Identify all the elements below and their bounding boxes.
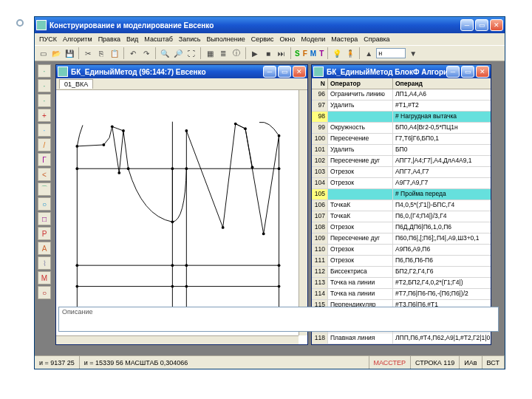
tool-open-icon[interactable]: 📂 (50, 47, 62, 59)
grid-row[interactable]: 102Пересечение дугАПГ7,|А4;Г7|,А4,ДлА4А9… (312, 156, 491, 167)
grid-header-operand[interactable]: Операнд (393, 78, 491, 89)
minimize-button[interactable]: ─ (460, 19, 474, 31)
drawing-tab[interactable]: 01_ВКА (59, 79, 93, 89)
toolbar-input[interactable] (376, 48, 406, 58)
tool-t-button[interactable]: T (318, 50, 324, 58)
status-line: СТРОКА 119 (411, 356, 460, 369)
drawing-canvas[interactable] (56, 90, 299, 335)
grid-row[interactable]: 110ОтрезокА9П6,А9,П6 (312, 245, 491, 256)
palette-tool-5[interactable]: / (38, 138, 51, 151)
grid-header-operator[interactable]: Оператор (328, 78, 393, 89)
svg-point-10 (75, 145, 78, 148)
tool-s-button[interactable]: S (294, 50, 301, 58)
svg-point-33 (171, 285, 174, 288)
algorithm-minimize-button[interactable]: ─ (446, 66, 460, 78)
tool-zoom-in-icon[interactable]: 🔍 (159, 47, 171, 59)
tool-undo-icon[interactable]: ↶ (127, 47, 139, 59)
tool-m-button[interactable]: M (310, 50, 317, 58)
svg-point-30 (185, 264, 188, 267)
palette-tool-12[interactable]: A (38, 242, 51, 255)
tool-lamp-icon[interactable]: 💡 (331, 47, 343, 59)
palette-tool-0[interactable]: · (38, 64, 51, 78)
menu-10[interactable]: Мастера (331, 35, 358, 43)
algorithm-close-button[interactable]: ✕ (476, 66, 489, 78)
grid-row[interactable]: 103ОтрезокАПГ7,А4,Г7 (312, 167, 491, 178)
maximize-button[interactable]: ▭ (475, 19, 488, 31)
tool-layers-icon[interactable]: ≣ (217, 47, 229, 59)
grid-row[interactable]: 118Плавная линияЛПП,П6,#Т4,П62,А9|1,#Т2,… (312, 333, 491, 344)
close-button[interactable]: ✕ (490, 19, 503, 31)
drawing-scrollbar-horizontal[interactable] (56, 335, 299, 344)
menu-9[interactable]: Модели (301, 35, 326, 43)
palette-tool-10[interactable]: □ (38, 212, 51, 225)
palette-tool-3[interactable]: + (38, 109, 51, 122)
tool-cut-icon[interactable]: ✂ (82, 47, 94, 59)
tool-paste-icon[interactable]: 📋 (109, 47, 120, 59)
tool-zoom-fit-icon[interactable]: ⛶ (185, 47, 197, 59)
tool-zoom-out-icon[interactable]: 🔎 (172, 47, 184, 59)
grid-row[interactable]: 105# Пройма переда (312, 189, 491, 200)
menu-7[interactable]: Сервис (251, 35, 274, 43)
tool-redo-icon[interactable]: ↷ (140, 47, 152, 59)
grid-row[interactable]: 97Удалить#Т1,#Т2 (312, 100, 491, 112)
tool-run-icon[interactable]: ▶ (249, 47, 261, 59)
svg-point-32 (75, 285, 78, 288)
tool-prev-icon[interactable]: ▲ (363, 47, 375, 59)
grid-row[interactable]: 96Ограничить линиюЛП1,А4,А6 (312, 89, 491, 100)
tool-person-icon[interactable]: 🧍 (344, 47, 356, 59)
algorithm-window-title: БК_ЕдиныйМетод БлокФ Алгоритм (327, 68, 446, 76)
tool-new-icon[interactable]: ▭ (37, 47, 49, 59)
palette-tool-1[interactable]: · (38, 79, 51, 92)
drawing-maximize-button[interactable]: ▭ (278, 66, 291, 78)
grid-row[interactable]: 99ОкружностьБП0,А4|Вг2-0,5*ПЦ1н (312, 123, 491, 134)
menu-11[interactable]: Справка (364, 35, 389, 43)
grid-row[interactable]: 98# Нагрудная вытачка (312, 112, 491, 123)
grid-row[interactable]: 100ПересечениеГ7,Т6|Г6,БП0,1 (312, 134, 491, 145)
grid-row[interactable]: 111ОтрезокП6,П6,П6-П6 (312, 256, 491, 267)
palette-tool-2[interactable]: · (38, 94, 51, 107)
menu-6[interactable]: Выполнение (206, 35, 245, 43)
algorithm-grid[interactable]: N Оператор Операнд 96Ограничить линиюЛП1… (312, 78, 491, 344)
menu-8[interactable]: Окно (280, 35, 296, 43)
palette-tool-11[interactable]: P (38, 227, 51, 240)
grid-row[interactable]: 104ОтрезокА9Г7,А9,Г7 (312, 178, 491, 189)
palette-tool-13[interactable]: ⌇ (38, 256, 51, 270)
grid-row[interactable]: 108ОтрезокП6Д,ДП6|П6,1,0,П6 (312, 222, 491, 233)
drawing-minimize-button[interactable]: ─ (263, 66, 276, 78)
menu-3[interactable]: Вид (126, 35, 138, 43)
palette-tool-8[interactable]: ⌒ (38, 183, 51, 196)
drawing-close-button[interactable]: ✕ (293, 66, 306, 78)
svg-point-31 (278, 264, 281, 267)
tool-info-icon[interactable]: ⓘ (231, 47, 242, 59)
grid-row[interactable]: 114Точка на линии#Т7,П6|П6-П6,-(П6;П6|)/… (312, 289, 491, 300)
palette-tool-4[interactable]: · (38, 123, 51, 137)
grid-row[interactable]: 101УдалитьБП0 (312, 145, 491, 156)
menu-0[interactable]: ПУСК (39, 35, 57, 43)
menu-2[interactable]: Правка (98, 35, 120, 43)
tool-stop-icon[interactable]: ■ (262, 47, 274, 59)
tool-grid-icon[interactable]: ▦ (204, 47, 216, 59)
menu-5[interactable]: Запись (179, 35, 201, 43)
palette-tool-6[interactable]: Γ (38, 153, 51, 166)
drawing-scrollbar-vertical[interactable] (299, 90, 307, 335)
grid-row[interactable]: 107ТочкаКП6,0,(Г4;П4|)/3,Г4 (312, 211, 491, 222)
palette-tool-9[interactable]: ○ (38, 197, 51, 211)
description-panel[interactable]: Описание (58, 307, 499, 332)
grid-row[interactable]: 109Пересечение дугП60,П6|,[;П6];,П4|,А9,… (312, 233, 491, 245)
tool-step-icon[interactable]: ⏭ (276, 47, 287, 59)
grid-row[interactable]: 113Точка на линии#Т2,БП2,Г4,0,2*(Г1;Г4|) (312, 278, 491, 289)
grid-row[interactable]: 106ТочкаКП4,0,5*(;Г1|)-БПС,Г4 (312, 200, 491, 211)
grid-row[interactable]: 112БиссектрисаБП2,Г2,Г4,Г6 (312, 267, 491, 278)
svg-point-22 (244, 127, 247, 130)
palette-tool-7[interactable]: < (38, 168, 51, 181)
tool-f-button[interactable]: F (302, 50, 308, 58)
menu-1[interactable]: Алгоритм (63, 35, 92, 43)
menu-4[interactable]: Масштаб (144, 35, 173, 43)
tool-next-icon[interactable]: ▼ (407, 47, 419, 59)
palette-tool-15[interactable]: ○ (38, 286, 51, 299)
palette-tool-14[interactable]: M (38, 271, 51, 284)
tool-copy-icon[interactable]: ⎘ (95, 47, 107, 59)
algorithm-maximize-button[interactable]: ▭ (461, 66, 474, 78)
grid-header-n[interactable]: N (312, 78, 328, 89)
tool-save-icon[interactable]: 💾 (64, 47, 75, 59)
